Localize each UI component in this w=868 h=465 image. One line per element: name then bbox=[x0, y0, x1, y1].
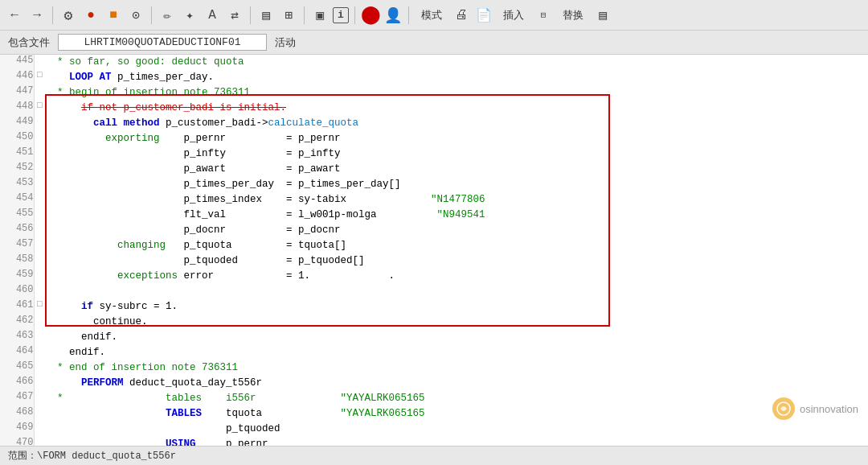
fold-indicator[interactable] bbox=[34, 345, 45, 360]
table-row: 452 p_awart = p_awart bbox=[0, 162, 868, 177]
table-row: 462 continue. bbox=[0, 315, 868, 330]
fold-indicator[interactable] bbox=[34, 330, 45, 345]
replace-button[interactable]: 替换 bbox=[556, 6, 590, 24]
fold-indicator[interactable] bbox=[34, 360, 45, 376]
fold-indicator[interactable]: □ bbox=[34, 299, 45, 315]
fold-indicator[interactable] bbox=[34, 162, 45, 177]
icon-printer[interactable]: 🖨 bbox=[452, 6, 471, 25]
icon-red-circle[interactable]: ● bbox=[81, 6, 100, 25]
app-container: ← → ⚙ ● ■ ⊙ ✏ ✦ A ⇄ ▤ ⊞ ▣ i ⬤ 👤 模式 🖨 📄 插… bbox=[0, 0, 868, 465]
code-content: exporting p_pernr = p_pernr bbox=[45, 131, 868, 146]
mode-button[interactable]: 模式 bbox=[415, 6, 448, 24]
code-content: call method p_customer_badi->calculate_q… bbox=[45, 116, 868, 131]
icon-box[interactable]: ▣ bbox=[310, 6, 330, 25]
line-number: 463 bbox=[0, 330, 34, 345]
code-content: continue. bbox=[45, 315, 868, 330]
line-number: 451 bbox=[0, 146, 34, 162]
fold-indicator[interactable]: □ bbox=[34, 70, 45, 85]
toolbar: ← → ⚙ ● ■ ⊙ ✏ ✦ A ⇄ ▤ ⊞ ▣ i ⬤ 👤 模式 🖨 📄 插… bbox=[0, 0, 868, 31]
icon-info[interactable]: i bbox=[333, 7, 349, 23]
sep2 bbox=[151, 6, 152, 24]
fold-indicator[interactable] bbox=[34, 146, 45, 162]
watermark-text: osinnovation bbox=[800, 403, 858, 415]
fold-indicator[interactable] bbox=[34, 315, 45, 330]
sep1 bbox=[52, 6, 53, 24]
line-number: 456 bbox=[0, 223, 34, 238]
statusbar-text: 范围：\FORM deduct_quota_t556r bbox=[8, 449, 176, 463]
table-row: 464 endif. bbox=[0, 345, 868, 360]
filebar-label: 包含文件 bbox=[8, 35, 50, 50]
fold-indicator[interactable] bbox=[34, 269, 45, 284]
icon-red-circle2[interactable]: ⬤ bbox=[361, 6, 380, 25]
icon-layout[interactable]: ▤ bbox=[256, 6, 276, 25]
fold-indicator[interactable] bbox=[34, 192, 45, 208]
icon-replace-icon[interactable]: ⊟ bbox=[534, 6, 553, 25]
fold-indicator[interactable] bbox=[34, 223, 45, 238]
fold-indicator[interactable] bbox=[34, 131, 45, 146]
fold-indicator[interactable] bbox=[34, 208, 45, 223]
code-content: * so far, so good: deduct quota bbox=[45, 55, 868, 70]
line-number: 465 bbox=[0, 360, 34, 376]
fold-indicator[interactable] bbox=[34, 116, 45, 131]
line-number: 448 bbox=[0, 101, 34, 116]
table-row: 448 □ if not p_customer_badi is initial. bbox=[0, 101, 868, 116]
line-number: 468 bbox=[0, 406, 34, 422]
code-content: USING p_pernr bbox=[45, 437, 868, 446]
fold-indicator[interactable] bbox=[34, 422, 45, 437]
code-content: p_awart = p_awart bbox=[45, 162, 868, 177]
icon-star[interactable]: ✦ bbox=[180, 6, 199, 25]
line-number: 452 bbox=[0, 162, 34, 177]
icon-page[interactable]: 📄 bbox=[474, 6, 493, 25]
fold-indicator[interactable] bbox=[34, 391, 45, 406]
code-content: changing p_tquota = tquota[] bbox=[45, 238, 868, 253]
watermark: osinnovation bbox=[772, 397, 858, 420]
icon-arrows[interactable]: ⇄ bbox=[225, 6, 244, 25]
icon-settings[interactable]: ⚙ bbox=[59, 6, 78, 25]
table-row: 451 p_infty = p_infty bbox=[0, 146, 868, 162]
table-row: 455 flt_val = l_w001p-molga "N949541 bbox=[0, 208, 868, 223]
icon-person[interactable]: 👤 bbox=[383, 6, 403, 25]
insert-button[interactable]: 插入 bbox=[497, 6, 530, 24]
fold-indicator[interactable] bbox=[34, 376, 45, 391]
line-number: 466 bbox=[0, 376, 34, 391]
table-row: 468 TABLES tquota "YAYALRK065165 bbox=[0, 406, 868, 422]
fold-indicator[interactable]: □ bbox=[34, 101, 45, 116]
line-number: 449 bbox=[0, 116, 34, 131]
table-row: 449 call method p_customer_badi->calcula… bbox=[0, 116, 868, 131]
code-content: p_tquoded bbox=[45, 422, 868, 437]
icon-extra[interactable]: ▤ bbox=[593, 6, 612, 25]
icon-hierarchy[interactable]: ⊞ bbox=[279, 6, 298, 25]
line-number: 459 bbox=[0, 269, 34, 284]
fold-indicator[interactable] bbox=[34, 238, 45, 253]
line-number: 457 bbox=[0, 238, 34, 253]
fold-indicator[interactable] bbox=[34, 437, 45, 446]
table-row: 459 exceptions error = 1. . bbox=[0, 269, 868, 284]
fold-indicator[interactable] bbox=[34, 177, 45, 192]
icon-text[interactable]: A bbox=[203, 6, 222, 25]
code-content: * tables i556r "YAYALRK065165 bbox=[45, 391, 868, 406]
line-number: 462 bbox=[0, 315, 34, 330]
table-row: 457 changing p_tquota = tquota[] bbox=[0, 238, 868, 253]
table-row: 461 □ if sy-subrc = 1. bbox=[0, 299, 868, 315]
table-row: 469 p_tquoded bbox=[0, 422, 868, 437]
code-editor: 445 * so far, so good: deduct quota 446 … bbox=[0, 55, 868, 446]
line-number: 454 bbox=[0, 192, 34, 208]
back-button[interactable]: ← bbox=[5, 6, 24, 25]
icon-pencil[interactable]: ✏ bbox=[158, 6, 177, 25]
line-number: 447 bbox=[0, 85, 34, 101]
table-row: 454 p_times_index = sy-tabix "N1477806 bbox=[0, 192, 868, 208]
fold-indicator[interactable] bbox=[34, 55, 45, 70]
sep4 bbox=[304, 6, 305, 24]
fold-indicator[interactable] bbox=[34, 85, 45, 101]
fold-indicator[interactable] bbox=[34, 406, 45, 422]
fold-indicator[interactable] bbox=[34, 253, 45, 269]
icon-target[interactable]: ⊙ bbox=[126, 6, 145, 25]
icon-orange-square[interactable]: ■ bbox=[104, 6, 123, 25]
line-number: 446 bbox=[0, 70, 34, 85]
fold-indicator[interactable] bbox=[34, 284, 45, 299]
code-content bbox=[45, 284, 868, 299]
code-table: 445 * so far, so good: deduct quota 446 … bbox=[0, 55, 868, 446]
code-content: p_tquoded = p_tquoded[] bbox=[45, 253, 868, 269]
forward-button[interactable]: → bbox=[27, 6, 47, 25]
table-row: 445 * so far, so good: deduct quota bbox=[0, 55, 868, 70]
